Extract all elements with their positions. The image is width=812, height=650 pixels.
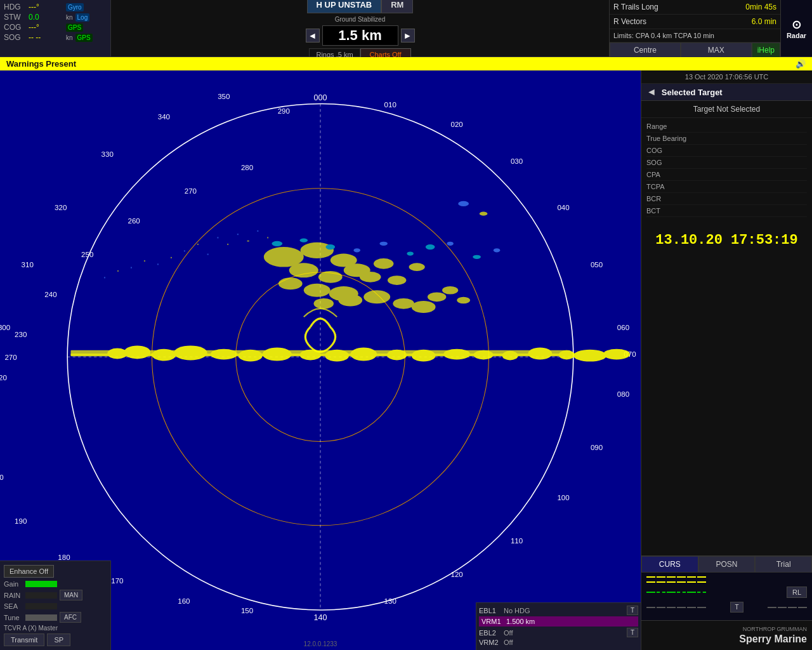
svg-point-82 bbox=[428, 292, 446, 302]
svg-text:020: 020 bbox=[451, 121, 463, 128]
ebl2-t-button[interactable]: T bbox=[627, 628, 638, 637]
svg-text:080: 080 bbox=[617, 390, 629, 398]
afc-button[interactable]: AFC bbox=[60, 612, 81, 623]
stw-source: Log bbox=[75, 13, 90, 22]
dash-y8 bbox=[657, 581, 665, 583]
vrm1-value: 1.500 km bbox=[506, 618, 636, 625]
svg-point-46 bbox=[124, 345, 150, 359]
vectors-row: R Vectors 6.0 min bbox=[610, 15, 780, 29]
trails-row: R Trails Long 0min 45s bbox=[610, 0, 780, 15]
radar-logo: ⊙ Radar bbox=[780, 0, 812, 56]
ebl1-row: EBL1 No HDG T bbox=[479, 606, 638, 615]
vrm2-row: VRM2 Off bbox=[479, 639, 638, 646]
orientation-button[interactable]: H UP UNSTAB bbox=[307, 0, 382, 13]
tune-bar[interactable] bbox=[25, 614, 57, 621]
dash-y9 bbox=[667, 581, 676, 583]
stabilization-label: Ground Stabilized bbox=[335, 16, 386, 23]
dash-y7 bbox=[646, 581, 655, 583]
curs-content: RL T bbox=[641, 573, 812, 620]
dash-gr6 bbox=[697, 607, 706, 608]
display-mode-button[interactable]: RM bbox=[381, 0, 413, 13]
svg-text:250: 250 bbox=[81, 251, 93, 258]
svg-rect-109 bbox=[131, 267, 132, 269]
dash-g4 bbox=[677, 592, 686, 593]
sp-button[interactable]: SP bbox=[47, 633, 70, 646]
svg-point-73 bbox=[409, 263, 425, 271]
dash-gr5 bbox=[687, 607, 696, 608]
svg-point-51 bbox=[263, 348, 292, 361]
svg-text:240: 240 bbox=[44, 291, 56, 298]
range-decrease-button[interactable]: ◄ bbox=[306, 29, 320, 43]
svg-point-83 bbox=[442, 286, 458, 295]
dash-y2 bbox=[657, 576, 665, 578]
svg-text:220: 220 bbox=[0, 374, 7, 381]
back-arrow-icon[interactable]: ◄ bbox=[646, 86, 657, 98]
sog-row: SOG -- -- kn GPS bbox=[4, 33, 107, 42]
dash-y1 bbox=[646, 576, 655, 578]
radar-area[interactable]: 000 010 020 030 040 050 060 070 080 090 … bbox=[0, 70, 641, 650]
cpa-key: CPA bbox=[646, 171, 710, 178]
svg-point-86 bbox=[299, 238, 308, 242]
svg-text:280: 280 bbox=[241, 164, 253, 171]
svg-point-67 bbox=[289, 263, 318, 277]
svg-rect-97 bbox=[217, 237, 218, 238]
svg-point-84 bbox=[457, 297, 470, 303]
svg-text:230: 230 bbox=[15, 331, 27, 338]
dash-g1 bbox=[646, 592, 655, 593]
trial-tab-button[interactable]: Trial bbox=[755, 556, 812, 573]
centre-button[interactable]: Centre bbox=[610, 43, 681, 58]
svg-rect-102 bbox=[267, 237, 268, 238]
selected-target-label: Selected Target bbox=[662, 88, 723, 97]
rain-bar[interactable] bbox=[25, 592, 57, 599]
heading-controls: H UP UNSTAB RM Ground Stabilized ◄ 1.5 k… bbox=[111, 0, 609, 56]
enhance-button[interactable]: Enhance Off bbox=[4, 565, 54, 578]
sea-bar[interactable] bbox=[25, 603, 57, 609]
gain-bar[interactable] bbox=[25, 581, 57, 587]
cog-key: COG bbox=[646, 147, 710, 154]
svg-point-81 bbox=[412, 301, 436, 313]
dash-y10 bbox=[677, 581, 686, 583]
dash-gr1 bbox=[646, 607, 655, 608]
stw-unit: kn bbox=[66, 14, 73, 21]
target-not-selected-label: Target Not Selected bbox=[641, 101, 812, 118]
sperry-brand: Sperry Marine bbox=[739, 633, 807, 645]
transmit-button[interactable]: Transmit bbox=[4, 633, 44, 646]
svg-text:290: 290 bbox=[278, 107, 290, 115]
rain-row: RAIN MAN bbox=[4, 590, 107, 600]
yellow-dashes-2 bbox=[646, 581, 706, 583]
dash-y12 bbox=[697, 581, 706, 583]
warnings-bar: Warnings Present 🔊 bbox=[0, 57, 812, 70]
target-bearing-row: True Bearing bbox=[646, 133, 807, 145]
svg-rect-104 bbox=[197, 244, 199, 245]
svg-rect-111 bbox=[104, 277, 105, 278]
curs-tab-button[interactable]: CURS bbox=[641, 556, 698, 573]
svg-text:330: 330 bbox=[102, 150, 114, 158]
dash-gr2 bbox=[657, 607, 665, 608]
svg-point-96 bbox=[480, 211, 488, 215]
svg-point-80 bbox=[393, 298, 414, 309]
range-increase-button[interactable]: ► bbox=[401, 29, 415, 43]
curs-tabs: CURS POSN Trial bbox=[641, 556, 812, 573]
dash-y6 bbox=[697, 576, 706, 578]
sog-source: GPS bbox=[75, 34, 93, 42]
svg-text:160: 160 bbox=[178, 597, 190, 605]
nav-info: HDG ---° Gyro STW 0.0 kn Log COG ---° GP… bbox=[0, 0, 111, 56]
green-dashes bbox=[646, 592, 706, 593]
posn-tab-button[interactable]: POSN bbox=[698, 556, 756, 573]
dash-g5 bbox=[687, 592, 696, 593]
gain-label: Gain bbox=[4, 580, 23, 588]
ebl1-t-button[interactable]: T bbox=[627, 606, 638, 615]
yellow-dashes-1 bbox=[646, 576, 706, 578]
sog-label: SOG bbox=[4, 33, 26, 42]
sog-key: SOG bbox=[646, 159, 710, 166]
ihelp-button[interactable]: iHelp bbox=[752, 43, 780, 58]
man-button[interactable]: MAN bbox=[60, 590, 82, 600]
max-button[interactable]: MAX bbox=[681, 43, 752, 58]
ebl1-value: No HDG bbox=[504, 607, 624, 614]
sog-value: -- -- bbox=[29, 33, 63, 42]
rl-button[interactable]: RL bbox=[787, 587, 807, 598]
dash-y11 bbox=[687, 581, 696, 583]
t-small-button[interactable]: T bbox=[730, 602, 743, 613]
svg-rect-103 bbox=[184, 250, 185, 251]
limits-text: Limits: CPA 0.4 km TCPA 10 min bbox=[613, 32, 714, 39]
